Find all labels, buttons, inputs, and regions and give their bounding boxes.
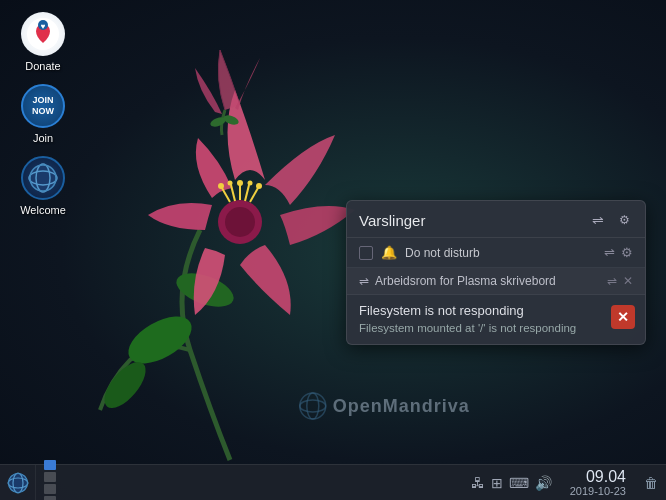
notification-panel: Varslinger ⇌ ⚙ 🔔 Do not disturb ⇌ ⚙ ⇌ Ar… (346, 200, 646, 345)
notification-dismiss-btn[interactable]: ✕ (611, 305, 635, 329)
welcome-icon-image (21, 156, 65, 200)
clock-time: 09.04 (586, 468, 626, 486)
svg-point-8 (256, 183, 262, 189)
svg-point-14 (248, 181, 253, 186)
group-actions: ⇌ ✕ (607, 274, 633, 288)
notification-item: Filesystem is not responding Filesystem … (347, 295, 645, 344)
join-icon-item[interactable]: JOIN NOW Join (8, 80, 78, 148)
notification-content: Filesystem is not responding Filesystem … (359, 303, 603, 336)
welcome-icon-item[interactable]: Welcome (8, 152, 78, 220)
dnd-actions: ⇌ ⚙ (604, 245, 633, 260)
svg-line-13 (245, 185, 249, 201)
virtual-desktop-pager (40, 456, 72, 501)
dnd-checkbox[interactable] (359, 246, 373, 260)
openmandriva-icon (299, 392, 327, 420)
notification-header-actions: ⇌ ⚙ (589, 211, 633, 229)
dnd-row: 🔔 Do not disturb ⇌ ⚙ (347, 238, 645, 268)
group-label: Arbeidsrom for Plasma skrivebord (375, 274, 601, 288)
donate-icon-item[interactable]: ♥ Donate (8, 8, 78, 76)
notification-group-row: ⇌ Arbeidsrom for Plasma skrivebord ⇌ ✕ (347, 268, 645, 295)
svg-line-9 (222, 188, 230, 202)
pager-cell-2[interactable] (44, 472, 56, 482)
taskbar-clock[interactable]: 09.04 2019-10-23 (560, 468, 636, 498)
svg-line-7 (250, 188, 258, 202)
taskbar: 🖧 ⊞ ⌨ 🔊 09.04 2019-10-23 🗑 (0, 464, 666, 500)
svg-point-10 (218, 183, 224, 189)
group-settings-btn[interactable]: ⇌ (607, 274, 617, 288)
join-label: Join (33, 132, 53, 144)
svg-point-18 (307, 393, 319, 419)
bell-icon: 🔔 (381, 245, 397, 260)
donate-icon-image: ♥ (21, 12, 65, 56)
trash-icon: 🗑 (644, 475, 658, 491)
dnd-configure-btn[interactable]: ⇌ (604, 245, 615, 260)
dnd-label: Do not disturb (405, 246, 596, 260)
svg-point-17 (300, 393, 326, 419)
svg-point-12 (228, 181, 233, 186)
notification-close-btn[interactable]: ⚙ (615, 211, 633, 229)
bluetooth-icon[interactable]: ⊞ (491, 475, 503, 491)
svg-point-23 (29, 164, 57, 192)
trash-button[interactable]: 🗑 (636, 465, 666, 501)
network-icon[interactable]: 🖧 (471, 475, 485, 491)
clock-date: 2019-10-23 (570, 485, 626, 497)
dismiss-x-icon: ✕ (617, 310, 629, 324)
donate-label: Donate (25, 60, 60, 72)
group-dismiss-btn[interactable]: ✕ (623, 274, 633, 288)
svg-text:♥: ♥ (41, 22, 46, 31)
desktop: OpenMandriva ♥ Donate JOIN NOW (0, 0, 666, 500)
welcome-label: Welcome (20, 204, 66, 216)
svg-line-11 (231, 185, 235, 201)
pager-cell-1[interactable] (44, 460, 56, 470)
pager-cell-3[interactable] (44, 484, 56, 494)
start-icon (7, 472, 29, 494)
dnd-gear-btn[interactable]: ⚙ (621, 245, 633, 260)
notification-item-body: Filesystem mounted at '/' is not respond… (359, 320, 603, 336)
svg-point-4 (225, 207, 255, 237)
brand-logo: OpenMandriva (299, 392, 470, 420)
start-button[interactable] (0, 465, 36, 501)
brand-name: OpenMandriva (333, 396, 470, 417)
keyboard-icon[interactable]: ⌨ (509, 475, 529, 491)
join-icon-image: JOIN NOW (21, 84, 65, 128)
pager-cell-4[interactable] (44, 496, 56, 501)
notification-settings-btn[interactable]: ⇌ (589, 211, 607, 229)
desktop-icons: ♥ Donate JOIN NOW Join (0, 0, 86, 228)
notification-item-title: Filesystem is not responding (359, 303, 603, 318)
volume-icon[interactable]: 🔊 (535, 475, 552, 491)
notification-header: Varslinger ⇌ ⚙ (347, 201, 645, 238)
svg-point-19 (300, 400, 326, 412)
system-tray: 🖧 ⊞ ⌨ 🔊 (463, 475, 560, 491)
notification-title: Varslinger (359, 212, 425, 229)
group-refresh-icon: ⇌ (359, 274, 369, 288)
svg-point-6 (237, 180, 243, 186)
